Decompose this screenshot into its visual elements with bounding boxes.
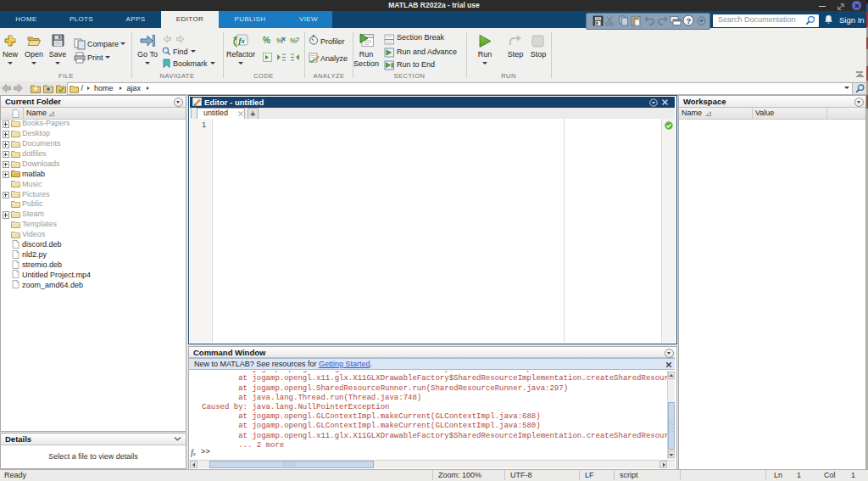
svg-text:%: % bbox=[290, 36, 297, 44]
svg-text:fx: fx bbox=[239, 36, 246, 45]
svg-text:?: ? bbox=[686, 16, 691, 25]
svg-text:%: % bbox=[263, 36, 270, 44]
